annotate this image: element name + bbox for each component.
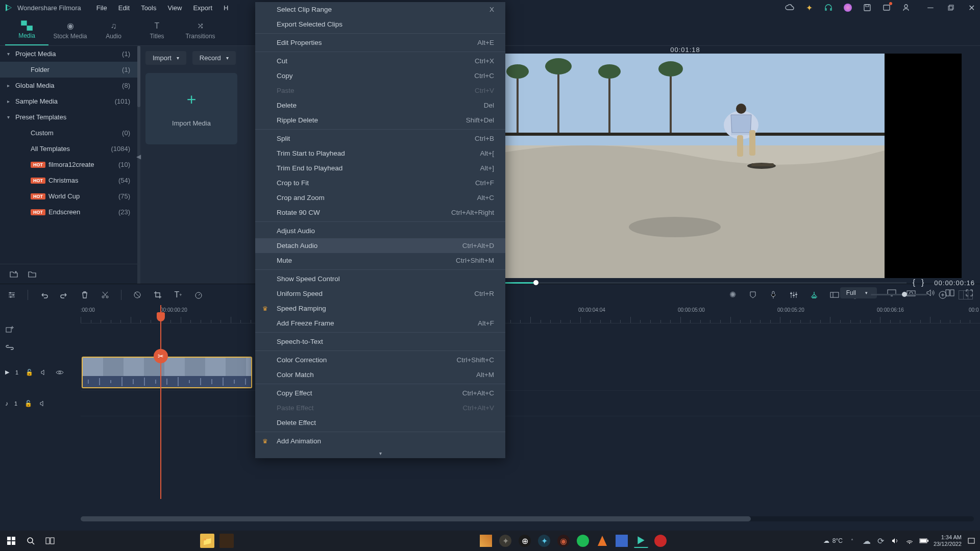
crop-button[interactable]: [153, 290, 162, 299]
volume-icon[interactable]: [926, 288, 935, 297]
taskbar-app-vlc[interactable]: [595, 534, 609, 548]
collapse-sidebar-icon[interactable]: ◀: [136, 153, 141, 160]
menu-view[interactable]: View: [167, 4, 182, 12]
denoise-icon[interactable]: [133, 290, 142, 299]
tray-update-icon[interactable]: ⟳: [876, 536, 886, 545]
zoom-slider[interactable]: [871, 294, 927, 295]
import-dropdown[interactable]: Import▾: [145, 51, 186, 65]
sidebar-item[interactable]: ▸Global Media(8): [0, 78, 140, 93]
context-menu-item[interactable]: CopyCtrl+C: [255, 68, 505, 83]
context-menu-item[interactable]: DeleteDel: [255, 98, 505, 113]
context-menu-item[interactable]: ♛Add Animation: [255, 434, 505, 448]
search-button[interactable]: [23, 534, 38, 548]
context-menu-item[interactable]: Speech-to-Text: [255, 334, 505, 349]
context-menu-item[interactable]: Add Freeze FrameAlt+F: [255, 316, 505, 331]
context-menu-item[interactable]: CutCtrl+X: [255, 54, 505, 68]
tab-media[interactable]: ▀▄ Media: [5, 15, 48, 45]
audio-track[interactable]: ♪ 1 🔓: [81, 391, 980, 416]
notification-icon[interactable]: [882, 3, 891, 12]
account-icon[interactable]: [901, 3, 911, 12]
sidebar-item[interactable]: ▸Sample Media(101): [0, 93, 140, 109]
timeline-ruler[interactable]: :00:0000:00:00:2000:00:04:0400:00:05:000…: [81, 305, 980, 323]
import-media-box[interactable]: + Import Media: [145, 73, 237, 144]
context-menu-item[interactable]: Edit PropertiesAlt+E: [255, 35, 505, 50]
tray-onedrive-icon[interactable]: ☁: [862, 536, 871, 545]
taskbar-app-2[interactable]: [479, 534, 493, 548]
mark-in-icon[interactable]: {: [913, 278, 915, 287]
record-dropdown[interactable]: Record▾: [192, 51, 236, 65]
sidebar-item[interactable]: ▾Project Media(1): [0, 46, 140, 62]
context-menu-item[interactable]: Copy EffectCtrl+Alt+C: [255, 386, 505, 400]
mark-out-icon[interactable]: }: [921, 278, 924, 287]
taskbar-app-1[interactable]: [219, 534, 234, 548]
text-tool-icon[interactable]: T+: [174, 290, 183, 299]
headphones-icon[interactable]: [824, 3, 833, 12]
video-clip[interactable]: [82, 357, 252, 388]
menu-export[interactable]: Export: [193, 4, 212, 12]
minimize-button[interactable]: ─: [926, 3, 935, 12]
sidebar-item[interactable]: ▾Preset Templates: [0, 109, 140, 125]
tab-transitions[interactable]: ⤮ Transitions: [179, 15, 222, 45]
tray-notifications-icon[interactable]: [967, 536, 976, 545]
context-menu-item[interactable]: Ripple DeleteShift+Del: [255, 113, 505, 128]
split-button[interactable]: [101, 290, 110, 299]
context-menu-item[interactable]: Crop and ZoomAlt+C: [255, 190, 505, 205]
add-track-icon[interactable]: [5, 324, 14, 334]
lock-icon[interactable]: 🔓: [24, 368, 34, 377]
folder-icon[interactable]: [28, 269, 37, 279]
link-icon[interactable]: [5, 343, 14, 352]
menu-help-truncated[interactable]: H: [224, 4, 228, 12]
tab-stock-media[interactable]: ◉ Stock Media: [48, 15, 92, 45]
save-icon[interactable]: [863, 3, 872, 12]
context-menu-item[interactable]: Uniform SpeedCtrl+R: [255, 286, 505, 301]
context-menu-item[interactable]: MuteCtrl+Shift+M: [255, 253, 505, 268]
mute-icon[interactable]: [40, 368, 49, 377]
start-button[interactable]: [4, 534, 18, 548]
context-menu-item[interactable]: Crop to FitCtrl+F: [255, 176, 505, 190]
display-icon[interactable]: [887, 288, 896, 297]
menu-edit[interactable]: Edit: [118, 4, 130, 12]
playhead-split-icon[interactable]: ✂: [154, 349, 168, 363]
context-menu-item[interactable]: ♛Speed Ramping: [255, 301, 505, 316]
taskbar-app-7[interactable]: [615, 534, 629, 548]
fullscreen-icon[interactable]: [965, 288, 974, 297]
mute-icon[interactable]: [39, 399, 48, 408]
taskbar-app-6[interactable]: ◉: [556, 534, 571, 548]
close-button[interactable]: ✕: [967, 3, 976, 12]
menu-file[interactable]: File: [96, 4, 107, 12]
context-menu-item[interactable]: Color CorrectionCtrl+Shift+C: [255, 353, 505, 367]
tray-chevron-icon[interactable]: ˄: [848, 536, 857, 545]
tray-battery-icon[interactable]: [919, 536, 928, 545]
sidebar-item[interactable]: HOTWorld Cup(75): [0, 188, 140, 204]
sidebar-item[interactable]: Folder(1): [0, 62, 140, 78]
video-track[interactable]: ▶ 1 🔓: [81, 354, 980, 391]
context-menu-item[interactable]: Trim End to PlayheadAlt+]: [255, 161, 505, 176]
context-menu-item[interactable]: Color MatchAlt+M: [255, 367, 505, 382]
taskbar-app-3[interactable]: ✦: [498, 534, 512, 548]
compare-icon[interactable]: [945, 288, 954, 297]
taskbar-app-4[interactable]: ⊕: [518, 534, 532, 548]
lock-icon[interactable]: 🔓: [23, 399, 33, 408]
context-menu-item[interactable]: SplitCtrl+B: [255, 131, 505, 146]
cloud-icon[interactable]: [785, 3, 794, 12]
context-menu-item[interactable]: Select Clip RangeX: [255, 2, 505, 17]
new-folder-icon[interactable]: [9, 269, 18, 279]
context-menu-item[interactable]: Delete Effect: [255, 415, 505, 430]
weather-widget[interactable]: ☁ 8°C: [823, 537, 843, 544]
scrubber-handle[interactable]: [533, 280, 538, 285]
context-menu-item[interactable]: Detach AudioCtrl+Alt+D: [255, 238, 505, 253]
tray-clock[interactable]: 1:34 AM 23/12/2022: [934, 534, 962, 547]
timeline-scrollbar[interactable]: [81, 516, 974, 521]
context-menu-item[interactable]: Rotate 90 CWCtrl+Alt+Right: [255, 205, 505, 220]
preview-quality-select[interactable]: Full▾: [840, 287, 877, 298]
delete-button[interactable]: [80, 290, 89, 299]
context-menu-item[interactable]: Export Selected Clips: [255, 17, 505, 32]
taskbar-app-8[interactable]: [653, 534, 668, 548]
redo-button[interactable]: [60, 290, 69, 299]
settings-icon[interactable]: [7, 290, 16, 299]
context-menu-item[interactable]: Show Speed Control: [255, 271, 505, 286]
lightbulb-icon[interactable]: ✦: [804, 3, 814, 12]
sidebar-item[interactable]: HOTEndscreen(23): [0, 204, 140, 220]
sidebar-item[interactable]: HOTChristmas(54): [0, 172, 140, 188]
snapshot-icon[interactable]: [906, 288, 916, 297]
